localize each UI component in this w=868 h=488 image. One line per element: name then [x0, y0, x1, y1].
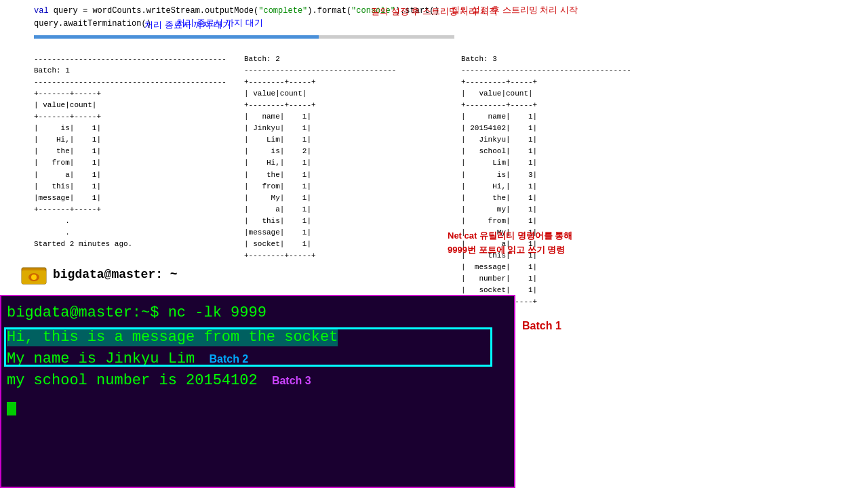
terminal-msg3-text: my school number is 20154102 [7, 372, 258, 389]
batch3-sep: -------------------------------------- [461, 66, 631, 75]
terminal-msg1-text: Hi, this is a message from the socket [7, 328, 338, 346]
terminal-msg2-text: My name is Jinkyu Lim [7, 350, 195, 367]
netcat-text: Net cat 유틸리티 명령어를 통해 9999번 포트에 읽고 쓰기 명령 [448, 230, 572, 255]
annotation-streaming-text: 질의 설정 후 스트리밍 처리 시작 [371, 5, 498, 18]
terminal-msg1-line: Hi, this is a message from the socket [1, 327, 514, 348]
bigdata-prompt-area: bigdata@master: ~ [20, 261, 178, 288]
batch1-sep1: ----------------------------------------… [34, 55, 226, 63]
terminal-prompt-line: bigdata@master:~$ nc -lk 9999 [1, 296, 514, 327]
svg-point-3 [31, 274, 37, 280]
terminal-window: bigdata@master:~$ nc -lk 9999 Hi, this i… [0, 295, 515, 488]
terminal-cursor-line [1, 391, 514, 415]
tables-container: ----------------------------------------… [34, 42, 834, 285]
code-string: "complete" [258, 6, 307, 16]
batch2-block: Batch: 2 -------------------------------… [244, 42, 461, 285]
code-keyword: val [34, 6, 49, 16]
progress-fill [34, 35, 319, 39]
batch3-title: Batch: 3 [461, 55, 497, 63]
batch3-inline-label: Batch 3 [272, 375, 311, 386]
terminal-section: bigdata@master:~$ nc -lk 9999 Hi, this i… [0, 295, 515, 488]
batch1-sep2: ----------------------------------------… [34, 78, 226, 86]
code-query: query.awaitTermination() [34, 19, 151, 28]
terminal-msg3-line: my school number is 20154102 Batch 3 [1, 370, 514, 392]
batch1-block: ----------------------------------------… [34, 42, 244, 285]
batch2-title: Batch: 2 [244, 55, 280, 63]
netcat-annotation: Net cat 유틸리티 명령어를 통해 9999번 포트에 읽고 쓰기 명령 [448, 229, 572, 258]
terminal-cursor [7, 402, 16, 415]
batch1-title: Batch: 1 [34, 66, 70, 75]
annotation-wait-text: 처리 종료시 까지 대기 [144, 19, 231, 31]
progress-bar [34, 35, 454, 39]
bigdata-icon [20, 261, 47, 288]
terminal-msg2-line: My name is Jinkyu Lim Batch 2 [1, 348, 514, 370]
code-text: query = wordCounts.writeStream.outputMod… [54, 6, 258, 16]
bigdata-prompt-text: bigdata@master: ~ [53, 268, 178, 281]
batch2-inline-label: Batch 2 [209, 353, 248, 365]
batch1-side-label: Batch 1 [522, 320, 561, 332]
batch2-sep: ---------------------------------- [244, 66, 396, 75]
code-text2: ).format( [307, 6, 351, 16]
